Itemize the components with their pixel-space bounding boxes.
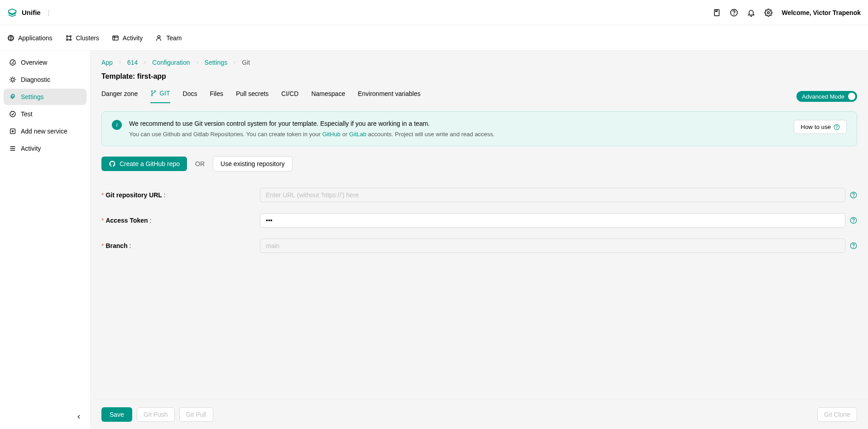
svg-rect-10: [113, 36, 118, 40]
footer-actions: Save Git Push Git Pull Git Clone: [91, 400, 868, 429]
nav-applications[interactable]: Applications: [7, 34, 53, 42]
sidebar-item-label: Add new service: [21, 128, 67, 135]
breadcrumb-id[interactable]: 614: [127, 59, 138, 66]
form-row-token: *Access Token :: [101, 213, 857, 228]
help-circle-icon[interactable]: [850, 242, 857, 249]
form-row-branch: *Branch :: [101, 238, 857, 253]
repo-action-row: Create a GitHub repo OR Use existing rep…: [101, 156, 857, 172]
access-token-input[interactable]: [260, 213, 845, 228]
brand-separator: |: [48, 9, 50, 16]
required-mark: *: [101, 217, 104, 224]
tabs: Danger zone GIT Docs Files Pull secrets …: [101, 90, 421, 103]
svg-point-25: [854, 222, 854, 222]
svg-point-19: [152, 95, 153, 96]
toggle-label: Advanced Mode: [802, 93, 844, 100]
plus-square-icon: [9, 128, 16, 135]
form-label: *Git repository URL :: [101, 191, 260, 199]
sidebar-item-label: Test: [21, 110, 33, 118]
svg-point-17: [152, 91, 153, 91]
body-layout: Overview Diagnostic Settings Test Add ne…: [0, 51, 868, 429]
branch-input[interactable]: [260, 238, 845, 253]
main-nav: Applications Clusters Activity Team: [0, 25, 868, 51]
button-label: Create a GitHub repo: [120, 160, 180, 167]
git-clone-button[interactable]: Git Clone: [817, 407, 857, 422]
advanced-mode-toggle[interactable]: Advanced Mode: [796, 91, 857, 102]
alert-text: You can use Github and Gitlab Repositori…: [129, 131, 322, 138]
tab-docs[interactable]: Docs: [183, 90, 197, 103]
sidebar-item-activity[interactable]: Activity: [4, 140, 86, 157]
top-header: Unifie | Welcome, Victor Trapenok: [0, 0, 868, 25]
alert-text: accounts. Project will use write and rea…: [366, 131, 494, 138]
tab-git[interactable]: GIT: [150, 90, 170, 103]
nav-clusters[interactable]: Clusters: [65, 34, 99, 42]
tab-pull-secrets[interactable]: Pull secrets: [236, 90, 269, 103]
nav-label: Activity: [123, 34, 143, 42]
svg-point-7: [70, 35, 71, 37]
repo-url-input[interactable]: [260, 188, 845, 202]
page-title: Template: first-app: [101, 72, 857, 81]
sidebar-item-overview[interactable]: Overview: [4, 54, 86, 71]
svg-point-11: [158, 35, 160, 38]
sidebar-item-label: Diagnostic: [21, 76, 50, 83]
team-icon: [155, 34, 163, 42]
help-circle-icon[interactable]: [850, 191, 857, 199]
alert-text: or: [340, 131, 349, 138]
tab-namespace[interactable]: Namespace: [311, 90, 345, 103]
gear-icon: [9, 93, 16, 100]
sidebar-item-label: Overview: [21, 59, 47, 66]
help-icon[interactable]: [730, 9, 738, 17]
help-circle-icon: [834, 124, 840, 130]
svg-point-9: [70, 39, 71, 40]
sidebar-item-diagnostic[interactable]: Diagnostic: [4, 72, 86, 88]
form-label: *Access Token :: [101, 217, 260, 224]
gear-icon[interactable]: [764, 9, 772, 17]
toggle-knob: [848, 93, 855, 100]
tab-env-vars[interactable]: Environment variables: [358, 90, 421, 103]
github-icon: [109, 160, 116, 167]
help-circle-icon[interactable]: [850, 217, 857, 224]
brand-area: Unifie |: [7, 8, 49, 18]
svg-point-27: [854, 247, 854, 248]
create-github-repo-button[interactable]: Create a GitHub repo: [101, 157, 187, 171]
nav-activity[interactable]: Activity: [112, 34, 143, 42]
tab-danger-zone[interactable]: Danger zone: [101, 90, 138, 103]
sidebar-item-add-service[interactable]: Add new service: [4, 123, 86, 139]
label-text: Access Token: [106, 217, 148, 224]
use-existing-repo-button[interactable]: Use existing repository: [213, 156, 293, 172]
tab-files[interactable]: Files: [210, 90, 223, 103]
tab-cicd[interactable]: CI/CD: [281, 90, 298, 103]
sidebar-item-label: Activity: [21, 145, 41, 152]
welcome-text[interactable]: Welcome, Victor Trapenok: [782, 9, 861, 16]
bell-icon[interactable]: [747, 9, 755, 17]
chevron-left-icon: [76, 414, 82, 420]
github-link[interactable]: GitHub: [322, 131, 340, 138]
bookmark-icon[interactable]: [713, 9, 721, 17]
svg-point-6: [66, 35, 67, 37]
button-label: How to use: [801, 124, 831, 130]
chevron-right-icon: [117, 60, 123, 65]
svg-point-2: [734, 14, 734, 14]
tabs-row: Danger zone GIT Docs Files Pull secrets …: [101, 90, 857, 103]
save-button[interactable]: Save: [101, 407, 132, 422]
svg-point-13: [11, 78, 14, 81]
breadcrumb-app[interactable]: App: [101, 59, 113, 66]
apps-icon: [7, 34, 14, 42]
git-pull-button[interactable]: Git Pull: [179, 407, 213, 422]
how-to-use-button[interactable]: How to use: [794, 120, 847, 134]
git-push-button[interactable]: Git Push: [137, 407, 175, 422]
main-content: App 614 Configuration Settings Git Templ…: [91, 51, 868, 429]
sidebar-item-label: Settings: [21, 93, 44, 100]
breadcrumb-settings[interactable]: Settings: [205, 59, 228, 66]
nav-team[interactable]: Team: [155, 34, 182, 42]
svg-point-3: [767, 11, 770, 14]
alert-message: We recommend to use Git version control …: [129, 120, 494, 127]
required-mark: *: [101, 191, 104, 199]
sidebar-item-settings[interactable]: Settings: [4, 89, 86, 105]
dashboard-icon: [9, 59, 16, 66]
list-icon: [9, 145, 16, 152]
sidebar-item-test[interactable]: Test: [4, 106, 86, 122]
sidebar-collapse-button[interactable]: [76, 414, 82, 420]
gitlab-link[interactable]: GitLab: [349, 131, 366, 138]
breadcrumb-configuration[interactable]: Configuration: [152, 59, 190, 66]
form-label: *Branch :: [101, 242, 260, 249]
